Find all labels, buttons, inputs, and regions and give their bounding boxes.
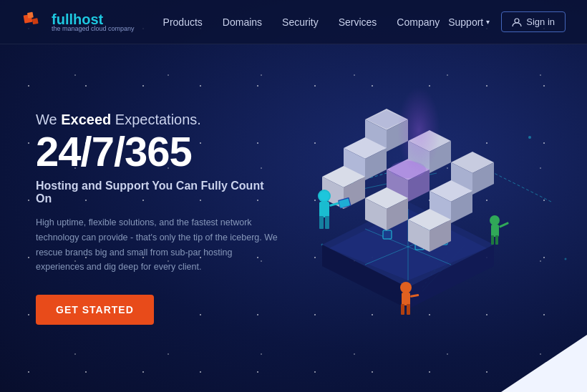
svg-point-12 (565, 258, 567, 260)
signin-button[interactable]: Sign in (501, 11, 566, 32)
hero-illustration (279, 44, 551, 392)
nav-products[interactable]: Products (163, 16, 203, 28)
svg-rect-62 (491, 225, 499, 237)
svg-rect-2 (32, 18, 39, 24)
svg-rect-65 (495, 235, 498, 245)
nav-company[interactable]: Company (397, 16, 440, 28)
logo-sub: the managed cloud company (52, 25, 135, 32)
nav-right: Support ▾ Sign in (448, 11, 566, 32)
navbar: fullhost the managed cloud company Produ… (0, 0, 587, 44)
support-button[interactable]: Support ▾ (448, 16, 490, 28)
svg-point-56 (319, 191, 329, 201)
svg-rect-69 (401, 304, 404, 315)
svg-rect-57 (319, 216, 324, 229)
svg-point-63 (490, 215, 500, 225)
nav-security[interactable]: Security (282, 16, 319, 28)
server-illustration (279, 66, 537, 316)
hero-section: We Exceed Expectations. 24/7/365 Hosting… (0, 44, 587, 392)
logo[interactable]: fullhost the managed cloud company (21, 10, 135, 34)
big-number: 24/7/365 (36, 131, 279, 172)
chevron-down-icon: ▾ (486, 18, 490, 26)
description: High uptime, flexible solutions, and the… (36, 215, 279, 275)
subtitle: Hosting and Support You Can Fully Count … (36, 180, 279, 205)
tagline: We Exceed Expectations. (36, 112, 279, 128)
nav-links: Products Domains Security Services Compa… (163, 16, 449, 28)
svg-rect-66 (499, 222, 509, 228)
svg-point-53 (397, 87, 440, 173)
nav-services[interactable]: Services (339, 16, 377, 28)
svg-point-3 (515, 19, 519, 23)
logo-icon (21, 10, 46, 34)
svg-rect-67 (402, 293, 410, 305)
svg-rect-58 (325, 216, 329, 229)
svg-rect-1 (27, 11, 34, 18)
svg-point-68 (400, 282, 412, 293)
svg-rect-70 (407, 304, 410, 315)
cta-button[interactable]: GET STARTED (36, 295, 154, 325)
hero-content: We Exceed Expectations. 24/7/365 Hosting… (36, 112, 279, 325)
svg-rect-64 (491, 235, 494, 245)
user-icon (512, 17, 522, 27)
svg-rect-20 (383, 230, 392, 239)
nav-domains[interactable]: Domains (223, 16, 262, 28)
svg-rect-54 (319, 202, 329, 217)
